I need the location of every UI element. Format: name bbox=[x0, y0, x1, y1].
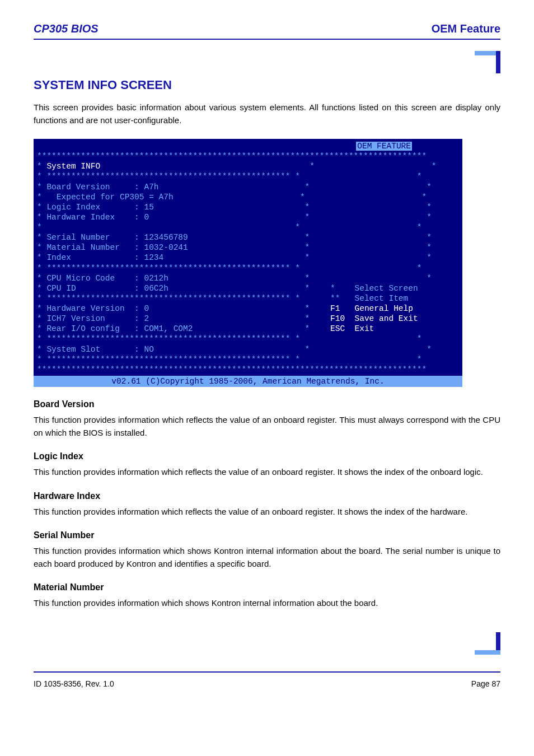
bios-board-version: * Board Version : A7h * * bbox=[34, 182, 462, 192]
bios-hw-version: * Hardware Version : 0 * F1 General Help bbox=[34, 304, 462, 314]
sub-hardware-index-title: Hardware Index bbox=[34, 491, 500, 501]
footer-rule bbox=[34, 671, 500, 673]
bios-title: System INFO bbox=[46, 162, 100, 171]
footer-right: Page 87 bbox=[471, 679, 500, 688]
bios-ich7: * ICH7 Version : 2 * F10 Save and Exit bbox=[34, 314, 462, 324]
bracket-icon bbox=[475, 632, 500, 655]
help-f10: F10 Save and Exit bbox=[330, 314, 418, 324]
sub-serial-title: Serial Number bbox=[34, 530, 500, 540]
bios-sep: * **************************************… bbox=[34, 171, 462, 181]
bios-serial: * Serial Number : 123456789 * * bbox=[34, 232, 462, 242]
bios-sep2: * **************************************… bbox=[34, 263, 462, 273]
bios-expected: * Expected for CP305 = A7h * * bbox=[34, 192, 462, 202]
bios-hardware-index: * Hardware Index : 0 * * bbox=[34, 212, 462, 222]
bios-material: * Material Number : 1032-0241 * * bbox=[34, 242, 462, 253]
sub-logic-index-body: This function provides information which… bbox=[34, 466, 500, 479]
footer-left: ID 1035-8356, Rev. 1.0 bbox=[34, 679, 114, 688]
help-select-item: ** Select Item bbox=[330, 293, 408, 304]
corner-logo-bottom bbox=[34, 632, 500, 655]
help-select-screen: * Select Screen bbox=[330, 283, 418, 293]
sub-logic-index-title: Logic Index bbox=[34, 451, 500, 461]
bios-screenshot: OEM FEATURE ****************************… bbox=[34, 139, 462, 387]
bios-border-bottom: ****************************************… bbox=[34, 365, 462, 375]
bios-sep4: * **************************************… bbox=[34, 334, 462, 344]
sub-material-body: This function provides information which… bbox=[34, 597, 500, 610]
svg-rect-1 bbox=[496, 51, 500, 73]
corner-logo-top bbox=[34, 51, 500, 73]
bios-tab: OEM FEATURE bbox=[356, 142, 412, 151]
bios-sep5: * **************************************… bbox=[34, 354, 462, 365]
sub-board-version-body: This function provides information which… bbox=[34, 414, 500, 439]
header-rule bbox=[34, 39, 500, 40]
page-header: CP305 BIOS OEM Feature bbox=[34, 22, 500, 35]
section-title: SYSTEM INFO SCREEN bbox=[34, 78, 500, 92]
header-right: OEM Feature bbox=[432, 22, 500, 35]
help-f1: F1 General Help bbox=[330, 304, 413, 314]
bios-tab-row: OEM FEATURE bbox=[34, 141, 462, 151]
bios-sep3: * **************************************… bbox=[34, 293, 462, 304]
bios-title-row: * System INFO * * bbox=[34, 161, 462, 171]
intro-paragraph: This screen provides basic information a… bbox=[34, 101, 500, 127]
bios-border: ****************************************… bbox=[34, 151, 462, 161]
bios-system-slot: * System Slot : NO * * bbox=[34, 344, 462, 354]
bios-blank: * * * bbox=[34, 222, 462, 232]
header-left: CP305 BIOS bbox=[34, 22, 99, 35]
sub-board-version-title: Board Version bbox=[34, 399, 500, 409]
sub-material-title: Material Number bbox=[34, 582, 500, 592]
bios-rear-io: * Rear I/O config : COM1, COM2 * ESC Exi… bbox=[34, 324, 462, 334]
sub-hardware-index-body: This function provides information which… bbox=[34, 506, 500, 519]
bios-cpu-micro: * CPU Micro Code : 0212h * * bbox=[34, 273, 462, 283]
sub-serial-body: This function provides information which… bbox=[34, 545, 500, 570]
bios-logic-index: * Logic Index : 15 * * bbox=[34, 202, 462, 212]
svg-rect-3 bbox=[475, 650, 500, 655]
bios-copyright: v02.61 (C)Copyright 1985-2006, American … bbox=[34, 376, 462, 387]
bios-cpu-id: * CPU ID : 06C2h * * Select Screen bbox=[34, 283, 462, 293]
page-footer: ID 1035-8356, Rev. 1.0 Page 87 bbox=[34, 679, 500, 688]
bios-index: * Index : 1234 * * bbox=[34, 253, 462, 263]
bracket-icon bbox=[475, 51, 500, 73]
help-esc: ESC Exit bbox=[330, 324, 374, 334]
